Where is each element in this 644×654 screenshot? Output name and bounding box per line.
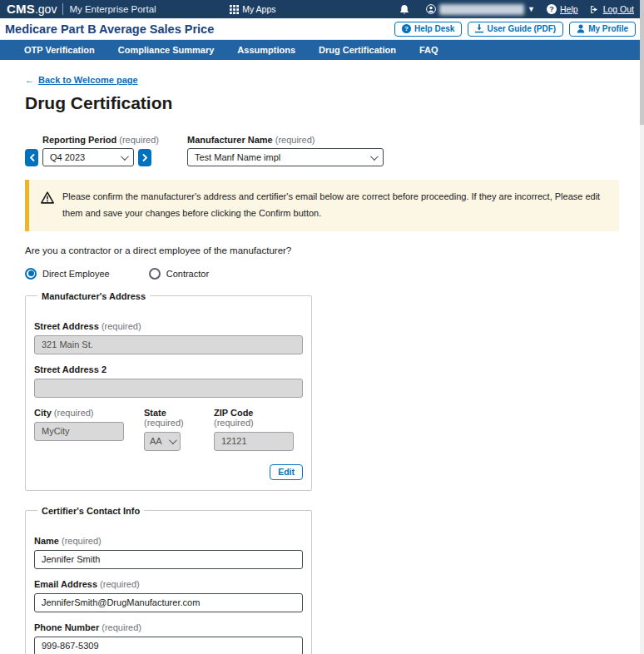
next-period-button[interactable]	[138, 149, 151, 166]
my-profile-button[interactable]: My Profile	[569, 22, 636, 37]
city-input[interactable]	[34, 422, 124, 441]
my-apps-label: My Apps	[242, 4, 275, 14]
user-guide-label: User Guide (PDF)	[487, 24, 556, 33]
nav-item-compliance-summary[interactable]: Compliance Summary	[107, 40, 226, 60]
street-address-label: Street Address (required)	[34, 321, 303, 331]
state-select[interactable]: AA	[144, 432, 181, 451]
download-icon	[475, 24, 483, 33]
edit-address-button[interactable]: Edit	[270, 464, 303, 480]
main-nav: OTP Verification Compliance Summary Assu…	[0, 40, 644, 60]
certifier-phone-input[interactable]	[34, 637, 303, 654]
manufacturer-name-label: Manufacturer Name (required)	[187, 135, 384, 145]
street-address-2-label: Street Address 2	[34, 364, 303, 374]
manufacturer-address-fieldset: Manufacturer's Address Street Address (r…	[25, 291, 312, 491]
manufacturer-name-select[interactable]: Test Manf Name impl	[187, 148, 384, 166]
warning-banner: Please confirm the manufacturer's addres…	[25, 180, 619, 231]
my-apps-button[interactable]: My Apps	[230, 4, 275, 14]
top-header: CMS.gov My Enterprise Portal My Apps ▼ ?…	[0, 0, 644, 18]
certifier-phone-label: Phone Number (required)	[34, 622, 303, 632]
logo-divider	[62, 3, 63, 15]
scrollbar-thumb[interactable]	[640, 0, 644, 125]
back-to-welcome-link[interactable]: ← Back to Welcome page	[25, 75, 138, 85]
my-profile-label: My Profile	[588, 24, 628, 33]
radio-icon	[25, 268, 37, 280]
reporting-period-value: Q4 2023	[50, 152, 85, 162]
user-guide-button[interactable]: User Guide (PDF)	[468, 22, 563, 37]
help-desk-label: Help Desk	[414, 24, 454, 33]
back-arrow-icon: ←	[25, 75, 34, 85]
user-menu[interactable]: ▼	[426, 4, 535, 15]
back-link-label: Back to Welcome page	[38, 75, 138, 85]
zip-code-input[interactable]	[214, 432, 294, 451]
radio-contractor-label: Contractor	[166, 269, 209, 279]
certifier-contact-legend: Certifier's Contact Info	[37, 506, 144, 516]
help-icon: ?	[547, 4, 557, 14]
radio-direct-employee[interactable]: Direct Employee	[25, 268, 110, 280]
user-icon	[426, 4, 436, 14]
warning-text: Please confirm the manufacturer's addres…	[62, 189, 606, 222]
certifier-email-input[interactable]	[34, 593, 303, 612]
nav-item-otp-verification[interactable]: OTP Verification	[12, 40, 107, 60]
user-name-redacted	[439, 4, 524, 15]
page-title: Drug Certification	[25, 93, 619, 113]
help-link[interactable]: ? Help	[547, 4, 578, 14]
street-address-input[interactable]	[34, 335, 303, 354]
help-label: Help	[560, 4, 578, 14]
radio-icon	[149, 268, 161, 280]
radio-direct-employee-label: Direct Employee	[42, 269, 110, 279]
main-content: ← Back to Welcome page Drug Certificatio…	[0, 60, 644, 654]
person-icon	[577, 24, 585, 33]
chevron-down-icon	[169, 436, 177, 444]
state-label: State (required)	[144, 408, 181, 428]
certifier-email-label: Email Address (required)	[34, 579, 303, 589]
city-label: City (required)	[34, 408, 124, 418]
cms-logo-gov: .gov	[35, 2, 57, 16]
certifier-name-input[interactable]	[34, 550, 303, 569]
chevron-down-icon	[121, 152, 129, 161]
street-address-2-input[interactable]	[34, 379, 303, 398]
nav-item-assumptions[interactable]: Assumptions	[225, 40, 307, 60]
help-desk-button[interactable]: ? Help Desk	[394, 22, 462, 37]
filters-row: Reporting Period (required) Q4 2023 Manu…	[25, 135, 619, 166]
state-value: AA	[150, 436, 162, 446]
previous-period-button[interactable]	[25, 149, 38, 166]
question-circle-icon: ?	[402, 24, 411, 33]
app-title-bar: Medicare Part B Average Sales Price ? He…	[0, 18, 644, 40]
nav-item-drug-certification[interactable]: Drug Certification	[307, 40, 408, 60]
warning-triangle-icon	[41, 191, 54, 204]
manufacturer-name-value: Test Manf Name impl	[195, 152, 280, 162]
caret-down-icon: ▼	[528, 6, 535, 13]
city-state-zip-row: City (required) State (required) AA ZIP …	[34, 408, 303, 451]
logout-label: Log Out	[603, 4, 634, 14]
employment-question: Are you a contractor or a direct employe…	[25, 245, 619, 255]
chevron-down-icon	[370, 152, 379, 161]
apps-grid-icon	[230, 5, 239, 14]
cms-logo-text: CMS	[7, 2, 35, 16]
certifier-contact-fieldset: Certifier's Contact Info Name (required)…	[25, 506, 312, 654]
reporting-period-label: Reporting Period (required)	[42, 135, 159, 145]
employment-radio-group: Direct Employee Contractor	[25, 268, 619, 280]
logout-icon	[590, 5, 600, 14]
bell-icon	[399, 4, 409, 15]
reporting-period-select[interactable]: Q4 2023	[42, 148, 134, 166]
radio-contractor[interactable]: Contractor	[149, 268, 209, 280]
notifications-button[interactable]	[399, 4, 409, 15]
manufacturer-address-legend: Manufacturer's Address	[37, 291, 150, 301]
page-scrollbar[interactable]	[640, 0, 644, 654]
nav-item-faq[interactable]: FAQ	[408, 40, 450, 60]
app-title: Medicare Part B Average Sales Price	[5, 22, 214, 36]
zip-code-label: ZIP Code (required)	[214, 408, 294, 428]
certifier-name-label: Name (required)	[34, 536, 303, 546]
logout-link[interactable]: Log Out	[590, 4, 634, 14]
